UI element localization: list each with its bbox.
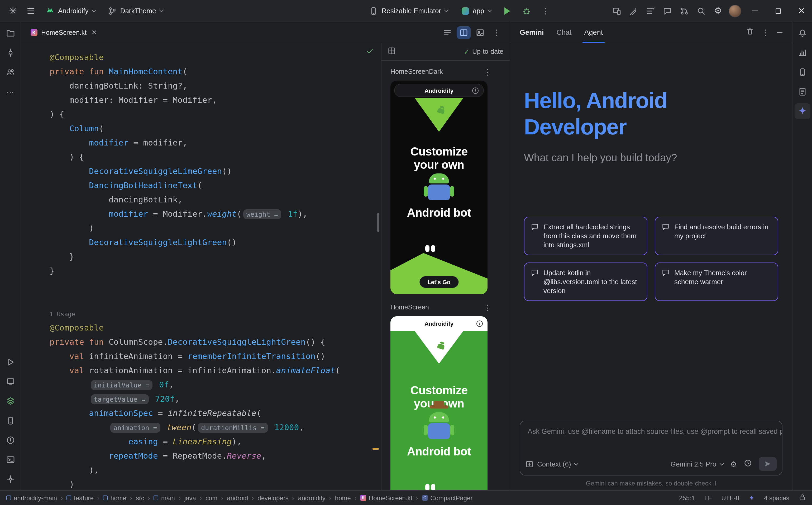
breadcrumb-item[interactable]: home [103, 494, 126, 502]
breadcrumb-item[interactable]: main [154, 494, 175, 502]
window-maximize-button[interactable] [768, 0, 789, 22]
breadcrumb-item[interactable]: developers [257, 494, 288, 502]
task-list-icon[interactable] [643, 3, 658, 18]
split-view-icon[interactable] [457, 26, 471, 39]
ai-transform-icon[interactable] [626, 3, 641, 18]
debug-button[interactable] [519, 3, 534, 18]
code-line[interactable]: animationSpec = infiniteRepeatable( [49, 406, 371, 420]
vcs-branch-widget[interactable]: DarkTheme [103, 4, 168, 18]
code-line[interactable]: DecorativeSquiggleLightGreen() [49, 235, 371, 250]
code-lines[interactable]: @Composableprivate fun MainHomeContent( … [49, 51, 371, 490]
tab-agent[interactable]: Agent [584, 22, 603, 43]
suggestion-card[interactable]: Extract all hardcoded strings from this … [524, 217, 648, 255]
gemini-settings-icon[interactable]: ⚙ [730, 460, 737, 468]
preview-card-menu-icon[interactable]: ⋮ [484, 68, 492, 75]
more-tools-icon[interactable]: ⋯ [2, 84, 18, 100]
code-line[interactable]: } [49, 250, 371, 264]
settings-icon[interactable]: ⚙ [711, 3, 725, 18]
code-line[interactable]: Column( [49, 122, 371, 136]
device-mirroring-icon[interactable] [609, 3, 624, 18]
logcat-icon[interactable] [794, 84, 810, 100]
device-manager-icon[interactable] [2, 413, 18, 429]
history-icon[interactable] [744, 459, 752, 469]
gemini-input[interactable]: Ask Gemini, use @filename to attach sour… [520, 420, 783, 476]
project-tool-icon[interactable] [2, 25, 18, 41]
code-line[interactable]: dancingBotLink: String?, [49, 79, 371, 93]
breadcrumb-item[interactable]: home [335, 494, 351, 502]
hide-panel-icon[interactable] [777, 32, 783, 33]
code-line[interactable]: easing = LinearEasing), [49, 435, 371, 449]
device-selector[interactable]: Resizable Emulator [365, 4, 453, 18]
preview-home-screen-dark[interactable]: Androidify i Customize your own Android … [390, 80, 487, 294]
avatar[interactable] [727, 3, 742, 18]
panel-options-icon[interactable]: ⋮ [761, 28, 769, 36]
preview-home-screen[interactable]: Androidify i Customize your own Android … [390, 316, 487, 490]
code-line[interactable]: private fun ColumnScope.DecorativeSquigg… [49, 335, 371, 349]
code-line[interactable]: val infiniteAnimation = rememberInfinite… [49, 349, 371, 364]
code-line[interactable]: ) { [49, 150, 371, 164]
window-close-button[interactable]: ✕ [791, 0, 812, 22]
code-line[interactable] [49, 278, 371, 293]
code-line[interactable]: ) [49, 478, 371, 490]
project-widget[interactable]: Androidify [41, 4, 100, 18]
gemini-sidebar-icon[interactable] [794, 103, 810, 119]
code-line[interactable]: animation = tween(durationMillis = 12000… [49, 420, 371, 435]
code-line[interactable]: modifier = Modifier.weight(weight = 1f), [49, 207, 371, 221]
code-line[interactable]: DecorativeSquiggleLimeGreen() [49, 164, 371, 179]
code-line[interactable]: targetValue = 720f, [49, 392, 371, 406]
structure-tool-icon[interactable] [2, 64, 18, 80]
problems-icon[interactable] [2, 432, 18, 448]
code-line[interactable]: @Composable [49, 51, 371, 65]
close-tab-icon[interactable]: ✕ [91, 28, 97, 36]
code-line[interactable]: modifier: Modifier = Modifier, [49, 93, 371, 108]
readonly-lock-icon[interactable] [799, 494, 806, 502]
code-line[interactable]: modifier = modifier, [49, 136, 371, 150]
preview-layout-icon[interactable] [388, 47, 396, 57]
breadcrumb-item[interactable]: java [185, 494, 196, 502]
breadcrumb-item[interactable]: KHomeScreen.kt [360, 494, 412, 502]
editor-tab[interactable]: K HomeScreen.kt ✕ [25, 22, 102, 43]
version-control-icon[interactable] [2, 471, 18, 487]
run-tool-icon[interactable] [2, 354, 18, 370]
breadcrumb-item[interactable]: androidify-main [6, 494, 57, 502]
run-button[interactable] [500, 3, 515, 18]
breadcrumb-item[interactable]: feature [67, 494, 94, 502]
breadcrumb-item[interactable]: CCompactPager [422, 494, 472, 502]
code-line[interactable]: private fun MainHomeContent( [49, 65, 371, 79]
trash-icon[interactable] [746, 27, 754, 37]
breadcrumb-item[interactable]: com [206, 494, 217, 502]
terminal-icon[interactable] [2, 452, 18, 468]
code-line[interactable]: repeatMode = RepeatMode.Reverse, [49, 449, 371, 463]
preview-card-menu-icon[interactable]: ⋮ [484, 303, 492, 311]
line-separator[interactable]: LF [704, 494, 712, 502]
context-selector[interactable]: Context (6) [526, 460, 578, 468]
pull-request-icon[interactable] [677, 3, 692, 18]
profiler-icon[interactable] [794, 45, 810, 61]
window-minimize-button[interactable] [744, 0, 766, 22]
search-everywhere-icon[interactable] [694, 3, 709, 18]
code-line[interactable] [49, 293, 371, 307]
breadcrumb-item[interactable]: android [227, 494, 248, 502]
code-line[interactable]: ), [49, 463, 371, 478]
running-devices-icon[interactable] [2, 374, 18, 389]
suggestion-card[interactable]: Find and resolve build errors in my proj… [655, 217, 778, 255]
main-menu-icon[interactable] [23, 3, 38, 18]
file-encoding[interactable]: UTF-8 [721, 494, 739, 502]
suggestion-card[interactable]: Update kotlin in @libs.version.toml to t… [524, 263, 648, 301]
code-line[interactable]: initialValue = 0f, [49, 378, 371, 392]
code-line[interactable]: ) { [49, 108, 371, 122]
code-line[interactable]: } [49, 264, 371, 278]
breadcrumb-item[interactable]: src [136, 494, 144, 502]
code-line[interactable]: dancingBotLink, [49, 193, 371, 207]
run-configuration-selector[interactable]: app [457, 4, 496, 17]
model-selector[interactable]: Gemini 2.5 Pro [671, 460, 723, 468]
caret-position[interactable]: 255:1 [679, 494, 695, 502]
code-line[interactable]: ) [49, 221, 371, 235]
design-view-icon[interactable] [473, 26, 487, 39]
releases-icon[interactable] [2, 393, 18, 409]
code-line[interactable]: @Composable [49, 321, 371, 335]
editor-scrollbar[interactable] [377, 213, 379, 232]
code-line[interactable]: DancingBotHeadlineText( [49, 179, 371, 193]
device-explorer-icon[interactable] [794, 64, 810, 80]
more-actions-icon[interactable]: ⋮ [538, 3, 553, 18]
